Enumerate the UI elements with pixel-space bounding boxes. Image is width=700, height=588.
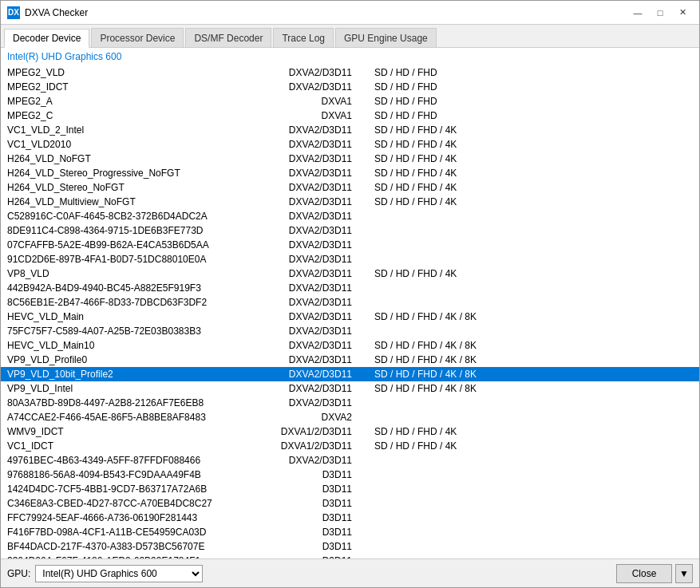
codec-name: 8C56EB1E-2B47-466F-8D33-7DBCD63F3DF2 (1, 295, 256, 310)
table-row[interactable]: VP9_VLD_10bit_Profile2DXVA2/D3D11SD / HD… (1, 367, 699, 381)
codec-name: HEVC_VLD_Main10 (1, 338, 256, 353)
table-row[interactable]: 49761BEC-4B63-4349-A5FF-87FFDF088466DXVA… (1, 453, 699, 468)
resolution-support: SD / HD / FHD / 4K (368, 424, 699, 439)
close-button[interactable]: Close (616, 564, 672, 583)
gpu-select-label: GPU: (7, 568, 30, 579)
resolution-support: SD / HD / FHD / 4K / 8K (368, 353, 699, 367)
table-row[interactable]: 1424D4DC-7CF5-4BB1-9CD7-B63717A72A6BD3D1… (1, 482, 699, 496)
codec-name: MPEG2_IDCT (1, 80, 256, 94)
codec-name: VC1_VLD_2_Intel (1, 123, 256, 137)
table-row[interactable]: MPEG2_IDCTDXVA2/D3D11SD / HD / FHD (1, 80, 699, 94)
resolution-support (368, 482, 699, 496)
api-version: DXVA1/2/D3D11 (256, 424, 368, 439)
resolution-support (368, 396, 699, 410)
tab-trace-log[interactable]: Trace Log (273, 28, 334, 47)
resolution-support: SD / HD / FHD / 4K / 8K (368, 367, 699, 381)
table-row[interactable]: C528916C-C0AF-4645-8CB2-372B6D4ADC2ADXVA… (1, 209, 699, 223)
table-row[interactable]: 75FC75F7-C589-4A07-A25B-72E03B0383B3DXVA… (1, 324, 699, 338)
table-row[interactable]: MPEG2_ADXVA1SD / HD / FHD (1, 94, 699, 109)
api-version: DXVA2 (256, 410, 368, 424)
gpu-dropdown[interactable]: Intel(R) UHD Graphics 600 (35, 565, 203, 582)
codec-name: WMV9_IDCT (1, 424, 256, 439)
codec-name: C528916C-C0AF-4645-8CB2-372B6D4ADC2A (1, 209, 256, 223)
table-row[interactable]: 97688186-56A8-4094-B543-FC9DAAA49F4BD3D1… (1, 468, 699, 482)
table-row[interactable]: H264_VLD_Multiview_NoFGTDXVA2/D3D11SD / … (1, 195, 699, 209)
table-row[interactable]: VC1_IDCTDXVA1/2/D3D11SD / HD / FHD / 4K (1, 439, 699, 453)
codec-name: 75FC75F7-C589-4A07-A25B-72E03B0383B3 (1, 324, 256, 338)
codec-name: VC1_VLD2010 (1, 137, 256, 152)
table-row[interactable]: F416F7BD-098A-4CF1-A11B-CE54959CA03DD3D1… (1, 525, 699, 539)
table-row[interactable]: H264_VLD_NoFGTDXVA2/D3D11SD / HD / FHD /… (1, 152, 699, 166)
resolution-support: SD / HD / FHD / 4K (368, 123, 699, 137)
codec-name: C346E8A3-CBED-4D27-87CC-A70EB4DC8C27 (1, 496, 256, 511)
table-row[interactable]: VP9_VLD_Profile0DXVA2/D3D11SD / HD / FHD… (1, 353, 699, 367)
table-row[interactable]: 07CFAFFB-5A2E-4B99-B62A-E4CA53B6D5AADXVA… (1, 238, 699, 252)
api-version: D3D11 (256, 468, 368, 482)
api-version: DXVA2/D3D11 (256, 223, 368, 238)
codec-name: VP9_VLD_10bit_Profile2 (1, 367, 256, 381)
codec-name: A74CCAE2-F466-45AE-86F5-AB8BE8AF8483 (1, 410, 256, 424)
api-version: DXVA2/D3D11 (256, 166, 368, 180)
arrow-down-button[interactable]: ▼ (675, 564, 693, 583)
codec-name: H264_VLD_Stereo_Progressive_NoFGT (1, 166, 256, 180)
codec-name: FFC79924-5EAF-4666-A736-06190F281443 (1, 511, 256, 525)
codec-name: VP9_VLD_Intel (1, 381, 256, 396)
table-row[interactable]: 442B942A-B4D9-4940-BC45-A882E5F919F3DXVA… (1, 281, 699, 295)
table-row[interactable]: MPEG2_VLDDXVA2/D3D11SD / HD / FHD (1, 65, 699, 80)
api-version: D3D11 (256, 525, 368, 539)
table-row[interactable]: BF44DACD-217F-4370-A383-D573BC56707ED3D1… (1, 539, 699, 554)
table-row[interactable]: 91CD2D6E-897B-4FA1-B0D7-51DC88010E0ADXVA… (1, 252, 699, 266)
codec-name: 97688186-56A8-4094-B543-FC9DAAA49F4B (1, 468, 256, 482)
api-version: D3D11 (256, 539, 368, 554)
title-bar: DX DXVA Checker — □ ✕ (1, 1, 699, 25)
table-row[interactable]: VC1_VLD2010DXVA2/D3D11SD / HD / FHD / 4K (1, 137, 699, 152)
tab-ds-mf-decoder[interactable]: DS/MF Decoder (185, 28, 271, 47)
table-row[interactable]: FFC79924-5EAF-4666-A736-06190F281443D3D1… (1, 511, 699, 525)
table-row[interactable]: HEVC_VLD_MainDXVA2/D3D11SD / HD / FHD / … (1, 310, 699, 324)
resolution-support: SD / HD / FHD / 4K (368, 166, 699, 180)
app-icon: DX (7, 6, 20, 19)
api-version: D3D11 (256, 496, 368, 511)
table-row[interactable]: H264_VLD_Stereo_Progressive_NoFGTDXVA2/D… (1, 166, 699, 180)
tab-gpu-engine-usage[interactable]: GPU Engine Usage (335, 28, 437, 47)
api-version: DXVA2/D3D11 (256, 195, 368, 209)
api-version: DXVA2/D3D11 (256, 367, 368, 381)
codec-name: MPEG2_A (1, 94, 256, 109)
table-row[interactable]: HEVC_VLD_Main10DXVA2/D3D11SD / HD / FHD … (1, 338, 699, 353)
decoder-table-container[interactable]: MPEG2_VLDDXVA2/D3D11SD / HD / FHDMPEG2_I… (1, 65, 699, 558)
table-row[interactable]: 8DE911C4-C898-4364-9715-1DE6B3FE773DDXVA… (1, 223, 699, 238)
table-row[interactable]: VC1_VLD_2_IntelDXVA2/D3D11SD / HD / FHD … (1, 123, 699, 137)
api-version: DXVA2/D3D11 (256, 252, 368, 266)
table-row[interactable]: WMV9_IDCTDXVA1/2/D3D11SD / HD / FHD / 4K (1, 424, 699, 439)
codec-name: BF44DACD-217F-4370-A383-D573BC56707E (1, 539, 256, 554)
table-row[interactable]: VP9_VLD_IntelDXVA2/D3D11SD / HD / FHD / … (1, 381, 699, 396)
minimize-button[interactable]: — (627, 5, 648, 21)
close-window-button[interactable]: ✕ (672, 5, 693, 21)
resolution-support: SD / HD / FHD / 4K / 8K (368, 381, 699, 396)
codec-name: 1424D4DC-7CF5-4BB1-9CD7-B63717A72A6B (1, 482, 256, 496)
api-version: DXVA2/D3D11 (256, 353, 368, 367)
resolution-support (368, 410, 699, 424)
tab-decoder-device[interactable]: Decoder Device (4, 29, 89, 48)
table-row[interactable]: 80A3A7BD-89D8-4497-A2B8-2126AF7E6EB8DXVA… (1, 396, 699, 410)
api-version: DXVA2/D3D11 (256, 123, 368, 137)
api-version: DXVA2/D3D11 (256, 396, 368, 410)
table-row[interactable]: C346E8A3-CBED-4D27-87CC-A70EB4DC8C27D3D1… (1, 496, 699, 511)
tab-processor-device[interactable]: Processor Device (91, 28, 184, 47)
table-row[interactable]: VP8_VLDDXVA2/D3D11SD / HD / FHD / 4K (1, 266, 699, 281)
table-row[interactable]: MPEG2_CDXVA1SD / HD / FHD (1, 109, 699, 123)
resolution-support (368, 281, 699, 295)
content-area: Intel(R) UHD Graphics 600 MPEG2_VLDDXVA2… (1, 48, 699, 558)
resolution-support (368, 496, 699, 511)
table-row[interactable]: A74CCAE2-F466-45AE-86F5-AB8BE8AF8483DXVA… (1, 410, 699, 424)
resolution-support (368, 223, 699, 238)
resolution-support: SD / HD / FHD / 4K / 8K (368, 310, 699, 324)
codec-name: F416F7BD-098A-4CF1-A11B-CE54959CA03D (1, 525, 256, 539)
resolution-support: SD / HD / FHD (368, 109, 699, 123)
window-title: DXVA Checker (25, 7, 88, 18)
table-row[interactable]: H264_VLD_Stereo_NoFGTDXVA2/D3D11SD / HD … (1, 180, 699, 195)
maximize-button[interactable]: □ (650, 5, 670, 21)
api-version: D3D11 (256, 511, 368, 525)
resolution-support: SD / HD / FHD / 4K (368, 439, 699, 453)
table-row[interactable]: 8C56EB1E-2B47-466F-8D33-7DBCD63F3DF2DXVA… (1, 295, 699, 310)
